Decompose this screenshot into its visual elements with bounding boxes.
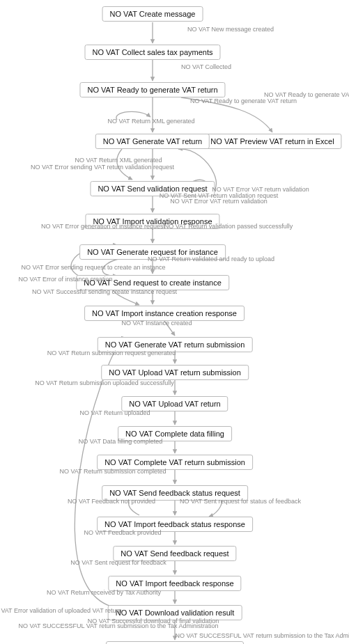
flow-node-n5: NO VAT Import validation response: [85, 214, 219, 229]
edge-label-1: NO VAT Collected: [181, 63, 231, 70]
flow-node-n11: NO VAT Upload VAT return: [121, 396, 228, 411]
flow-node-n3: NO VAT Generate VAT return: [95, 134, 210, 149]
edge-label-4: NO VAT Return XML generated: [107, 118, 194, 125]
edge-label-13: NO VAT Error sending request to create a…: [21, 264, 165, 271]
flow-node-n16: NO VAT Send feedback request: [113, 546, 236, 561]
flow-node-n0: NO VAT Create message: [102, 6, 203, 22]
flow-node-n13: NO VAT Complete VAT return submission: [97, 455, 253, 470]
edge-label-0: NO VAT New message created: [187, 26, 274, 33]
flow-node-n2: NO VAT Ready to generate VAT return: [79, 82, 225, 97]
edge-label-29: NO VAT SUCCESSFUL VAT return submission …: [18, 622, 218, 629]
edge-label-8: NO VAT Error VAT return validation: [170, 198, 267, 205]
flow-node-n15: NO VAT Import feedback status response: [97, 517, 253, 532]
flow-node-n6: NO VAT Generate request for instance: [79, 244, 226, 260]
flow-node-n7: NO VAT Send request to create instance: [76, 275, 229, 290]
flow-node-n10: NO VAT Upload VAT return submission: [101, 365, 249, 380]
flow-node-n17: NO VAT Import feedback response: [108, 576, 241, 591]
flow-node-n4: NO VAT Send validation request: [90, 181, 215, 196]
flowchart-canvas: NO VAT Create messageNO VAT Collect sale…: [0, 0, 349, 644]
edge-label-6: NO VAT Error sending VAT return validati…: [31, 164, 174, 171]
edge-label-30: NO VAT SUCCESSFUL VAT return submission …: [175, 632, 349, 639]
edge-label-2: NO VAT Ready to generate VAT return: [264, 91, 349, 98]
flow-node-n9: NO VAT Generate VAT return submission: [98, 337, 253, 352]
edge-label-9: NO VAT Error VAT return validation: [212, 186, 309, 193]
flow-node-n12: NO VAT Complete data filling: [118, 426, 232, 441]
edge-label-27: NO VAT Error validation of uploaded VAT …: [0, 607, 122, 614]
flow-node-n19: NO VAT Import final validation result: [106, 641, 244, 644]
edge-label-3: NO VAT Ready to generate VAT return: [190, 97, 297, 104]
flow-node-n14: NO VAT Send feedback status request: [102, 485, 248, 501]
flow-node-n8: NO VAT Import instance creation response: [84, 306, 245, 321]
edge-label-5: NO VAT Return XML generated: [75, 157, 162, 164]
edge-label-18: NO VAT Return submission uploaded succes…: [35, 379, 174, 386]
flow-node-n2b: NO VAT Preview VAT return in Excel: [203, 134, 341, 149]
flow-node-n18: NO VAT Download validation result: [108, 605, 242, 620]
flow-node-n1: NO VAT Collect sales tax payments: [84, 45, 220, 60]
